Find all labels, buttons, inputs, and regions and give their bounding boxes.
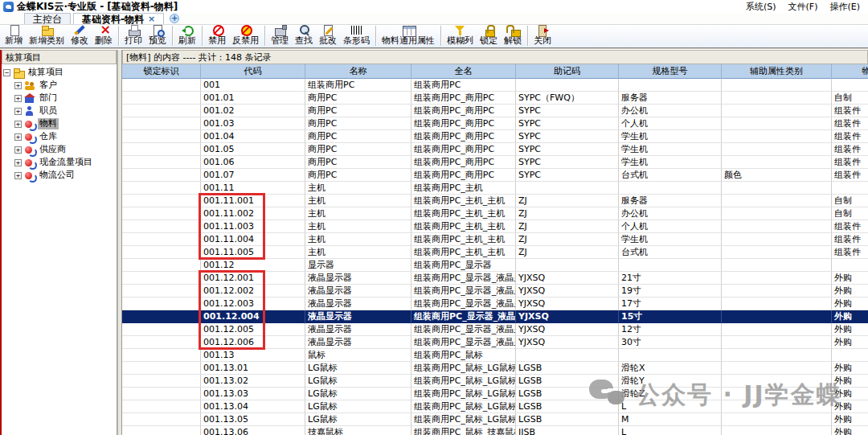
table-cell[interactable] [722,298,832,310]
sidebar-item[interactable]: +物料 [2,117,117,130]
column-header[interactable]: 规格型号 [619,64,722,79]
table-cell[interactable]: 组装商用PC_商用PC [411,92,516,105]
table-cell[interactable] [722,117,832,130]
sidebar-item[interactable]: −核算项目 [2,66,117,79]
table-cell[interactable]: 001.12.006 [201,336,305,349]
toolbar-button-search[interactable]: 查找 [292,24,316,47]
table-cell[interactable]: 组装件 [832,130,868,143]
table-row[interactable]: 001.13.01LG鼠标组装商用PC_鼠标_LG鼠标LGSB滑轮X外购 [122,362,868,375]
table-cell[interactable]: 组装商用PC_主机_主机 [411,195,516,207]
table-cell[interactable]: 组装商用PC_鼠标_技嘉鼠标 [411,426,516,435]
table-cell[interactable]: 001.12.002 [201,285,305,298]
table-row[interactable]: 001组装商用PC组装商用PC [122,79,868,92]
toolbar-button-new-doc[interactable]: 新增 [2,24,26,47]
table-row[interactable]: 001.01商用PC组装商用PC_商用PCSYPC（FWQ）服务器自制 [122,92,868,105]
table-cell[interactable] [722,195,832,207]
table-cell[interactable] [122,426,201,435]
table-cell[interactable]: SYPC [516,117,619,130]
table-cell[interactable]: 显示器 [305,259,411,272]
table-cell[interactable] [516,259,619,272]
expand-icon[interactable]: + [14,172,22,179]
table-cell[interactable]: LG鼠标 [305,400,411,413]
table-row[interactable]: 001.11.002主机组装商用PC_主机_主机ZJ办公机自制 [122,207,868,220]
table-row[interactable]: 001.06商用PC组装商用PC_商用PCSYPC学生机组装件 [122,156,868,169]
table-cell[interactable]: 外购 [832,362,868,375]
table-cell[interactable]: 19寸 [619,285,722,298]
table-row[interactable]: 001.11.005主机组装商用PC_主机_主机ZJ台式机组装件 [122,246,868,259]
table-cell[interactable]: SYPC [516,169,619,182]
table-cell[interactable] [122,400,201,413]
table-cell[interactable]: 办公机 [619,105,722,117]
table-cell[interactable]: 技嘉鼠标 [305,426,411,435]
table-cell[interactable] [122,375,201,388]
tab-close-icon[interactable]: × [148,15,155,23]
table-cell[interactable]: 组装商用PC_商用PC [411,130,516,143]
table-cell[interactable]: JJSB [516,426,619,435]
table-cell[interactable] [122,323,201,336]
table-cell[interactable]: 001.07 [201,169,305,182]
collapse-icon[interactable]: − [3,69,10,76]
toolbar-button-preview[interactable]: 预览 [145,24,170,47]
table-cell[interactable] [832,79,868,92]
table-cell[interactable]: 自制 [832,92,868,105]
table-cell[interactable]: 组装商用PC_显示器_液晶显示器 [411,298,516,310]
toolbar-button-new-category[interactable]: 新增类别 [26,24,68,47]
table-cell[interactable]: 组装商用PC_商用PC [411,156,516,169]
table-cell[interactable]: YJXSQ [516,323,619,336]
column-header[interactable]: 锁定标识 [122,64,201,79]
table-cell[interactable]: 001.13.02 [201,375,305,388]
table-cell[interactable]: 商用PC [305,143,411,156]
table-cell[interactable] [722,413,832,426]
table-cell[interactable]: LG鼠标 [305,362,411,375]
table-row[interactable]: 001.11.003主机组装商用PC_主机_主机ZJ个人机组装件 [122,220,868,233]
table-row[interactable]: 001.11主机组装商用PC_主机 [122,182,868,195]
table-cell[interactable] [122,169,201,182]
table-cell[interactable]: LGSB [516,413,619,426]
sidebar-item[interactable]: +仓库 [2,130,117,143]
table-cell[interactable]: 001.13.06 [201,426,305,435]
table-cell[interactable] [722,105,832,117]
table-cell[interactable] [619,79,722,92]
expand-icon[interactable]: + [14,82,22,89]
table-cell[interactable]: LGSB [516,400,619,413]
toolbar-button-print[interactable]: 打印 [121,24,145,47]
toolbar-button-refresh[interactable]: 刷新 [175,24,199,47]
table-cell[interactable]: 台式机 [619,246,722,259]
table-cell[interactable]: 液晶显示器 [305,298,411,310]
table-cell[interactable]: 外购 [832,272,868,285]
table-cell[interactable]: ZJ [516,195,619,207]
table-cell[interactable] [516,79,619,92]
table-cell[interactable] [722,246,832,259]
table-cell[interactable]: 组装件 [832,233,868,246]
table-cell[interactable]: 组装商用PC_鼠标_LG鼠标 [411,388,516,400]
table-cell[interactable] [122,207,201,220]
table-row-selected[interactable]: 001.12.004液晶显示器组装商用PC_显示器_液晶显示器YJXSQ15寸外… [122,310,868,323]
table-cell[interactable] [619,349,722,362]
table-cell[interactable] [122,336,201,349]
table-cell[interactable]: 组装商用PC_商用PC [411,105,516,117]
menu-operation[interactable]: 操作(E) [830,1,861,13]
table-cell[interactable]: 滑轮X [619,362,722,375]
table-cell[interactable]: 外购 [832,388,868,400]
table-row[interactable]: 001.12.002液晶显示器组装商用PC_显示器_液晶显示器YJXSQ19寸外… [122,285,868,298]
table-cell[interactable]: 15寸 [619,310,722,323]
table-cell[interactable] [722,426,832,435]
table-cell[interactable]: 外购 [832,285,868,298]
table-cell[interactable] [722,272,832,285]
table-cell[interactable]: L [619,426,722,435]
table-cell[interactable]: 组装商用PC_商用PC [411,143,516,156]
table-cell[interactable] [122,413,201,426]
table-row[interactable]: 001.13.06技嘉鼠标组装商用PC_鼠标_技嘉鼠标JJSBL外购 [122,426,868,435]
table-cell[interactable] [722,388,832,400]
table-cell[interactable] [122,246,201,259]
column-header[interactable]: 物料属性 [832,64,868,79]
table-cell[interactable]: 001 [201,79,305,92]
table-cell[interactable]: 001.13 [201,349,305,362]
table-cell[interactable] [122,79,201,92]
table-cell[interactable]: SYPC [516,105,619,117]
table-cell[interactable]: 21寸 [619,272,722,285]
table-cell[interactable]: 主机 [305,207,411,220]
expand-icon[interactable]: + [14,95,22,102]
tab-0[interactable]: 主控台 [24,13,71,24]
table-cell[interactable]: SYPC [516,143,619,156]
